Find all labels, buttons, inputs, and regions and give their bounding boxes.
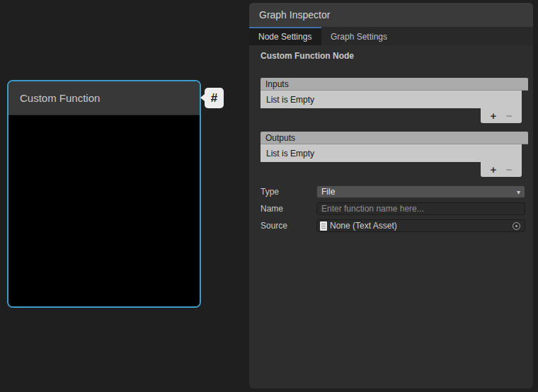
node-settings-heading: Custom Function Node: [261, 52, 528, 61]
outputs-remove-button[interactable]: −: [506, 164, 513, 175]
inputs-empty-label: List is Empty: [266, 95, 314, 105]
node-settings-fields: Type File ▾ Name Source None (Text Asset…: [261, 185, 528, 232]
custom-function-node[interactable]: Custom Function: [7, 80, 201, 308]
node-preview-area: [8, 115, 200, 308]
chevron-down-icon: ▾: [517, 188, 520, 196]
source-object-field[interactable]: None (Text Asset): [316, 219, 525, 232]
outputs-list-header-label: Outputs: [265, 133, 295, 143]
inputs-remove-button[interactable]: −: [506, 110, 513, 121]
outputs-list: Outputs List is Empty + −: [261, 132, 528, 177]
tab-graph-settings-label: Graph Settings: [331, 32, 387, 42]
source-field-label: Source: [261, 221, 316, 231]
shader-graph-workspace: { "node": { "title": "Custom Function", …: [0, 0, 538, 392]
source-field-row: Source None (Text Asset): [261, 219, 528, 232]
hash-badge-glyph: #: [211, 91, 217, 105]
tab-graph-settings[interactable]: Graph Settings: [321, 27, 396, 45]
inputs-list-header-label: Inputs: [265, 79, 289, 89]
hash-badge-icon[interactable]: #: [205, 88, 224, 108]
name-field-label: Name: [261, 204, 316, 214]
type-dropdown[interactable]: File ▾: [316, 185, 525, 198]
outputs-empty-label: List is Empty: [266, 149, 314, 158]
type-dropdown-value: File: [321, 187, 335, 197]
outputs-empty-row: List is Empty: [261, 144, 522, 162]
function-name-input[interactable]: [316, 202, 525, 215]
source-object-value: None (Text Asset): [330, 221, 510, 231]
inputs-list: Inputs List is Empty + −: [261, 78, 528, 123]
inspector-tab-bar: Node Settings Graph Settings: [249, 27, 533, 45]
tab-node-settings[interactable]: Node Settings: [249, 27, 321, 45]
tab-node-settings-label: Node Settings: [258, 32, 311, 42]
inputs-add-button[interactable]: +: [490, 110, 496, 121]
inputs-list-header: Inputs: [261, 78, 528, 91]
type-field-label: Type: [261, 187, 316, 197]
inputs-list-footer: + −: [481, 108, 522, 123]
object-picker-icon[interactable]: [513, 222, 520, 230]
name-field-row: Name: [261, 202, 528, 215]
outputs-list-header: Outputs: [261, 132, 528, 144]
node-title-bar[interactable]: Custom Function: [8, 81, 200, 115]
outputs-add-button[interactable]: +: [490, 164, 496, 175]
inspector-content: Custom Function Node Inputs List is Empt…: [249, 52, 533, 232]
type-field-row: Type File ▾: [261, 185, 528, 198]
text-asset-icon: [320, 221, 327, 231]
node-title-label: Custom Function: [20, 92, 100, 104]
panel-title: Graph Inspector: [259, 9, 330, 21]
panel-header: Graph Inspector: [249, 3, 533, 27]
graph-inspector-panel: Graph Inspector Node Settings Graph Sett…: [249, 3, 533, 388]
outputs-list-footer: + −: [481, 162, 522, 177]
inputs-empty-row: List is Empty: [261, 91, 522, 108]
